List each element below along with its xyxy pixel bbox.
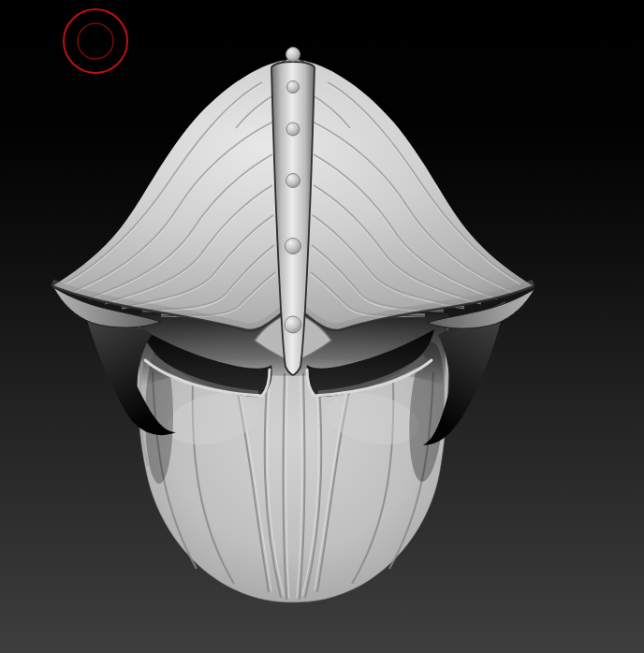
rivet-1 [287, 81, 300, 94]
rivet-2 [286, 123, 300, 136]
rivet-4 [285, 239, 301, 254]
sculpt-canvas[interactable] [0, 0, 644, 653]
crest-knob [286, 48, 300, 62]
rivet-5 [285, 316, 301, 333]
sculpt-viewport [0, 0, 644, 653]
rivet-3 [286, 174, 300, 188]
